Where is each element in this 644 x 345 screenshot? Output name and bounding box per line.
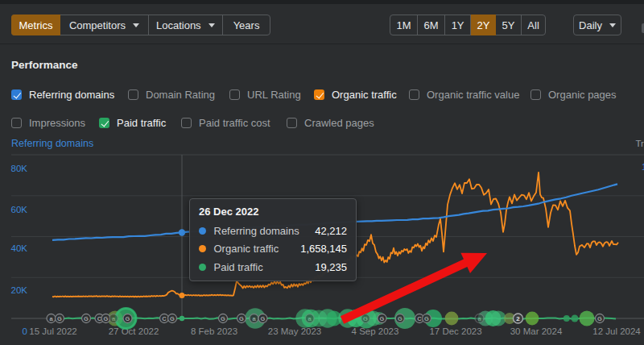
svg-text:8 Feb 2023: 8 Feb 2023 [191, 326, 237, 336]
svg-text:30 Mar 2024: 30 Mar 2024 [510, 326, 563, 336]
svg-text:C: C [162, 315, 167, 322]
svg-text:G: G [363, 315, 368, 322]
svg-text:80K: 80K [11, 164, 28, 173]
svg-text:60K: 60K [11, 205, 28, 214]
svg-text:G: G [104, 315, 109, 322]
svg-text:G: G [170, 315, 175, 322]
svg-text:12 Jul 2024: 12 Jul 2024 [592, 326, 641, 336]
svg-text:27 Oct 2022: 27 Oct 2022 [109, 326, 159, 336]
svg-text:17 Dec 2023: 17 Dec 2023 [429, 326, 481, 336]
svg-text:0: 0 [23, 326, 27, 336]
svg-text:2: 2 [516, 315, 520, 322]
svg-text:G: G [221, 315, 225, 322]
svg-text:4 Sep 2023: 4 Sep 2023 [352, 326, 399, 336]
svg-text:G: G [424, 315, 429, 322]
svg-text:Tra: Tra [636, 139, 644, 148]
svg-text:40K: 40K [11, 243, 28, 253]
svg-text:G: G [57, 315, 62, 322]
svg-text:20K: 20K [11, 285, 28, 295]
svg-text:G: G [597, 315, 602, 322]
svg-text:G: G [380, 315, 385, 322]
svg-text:15 Jul 2022: 15 Jul 2022 [29, 326, 76, 336]
svg-text:G: G [126, 315, 130, 322]
svg-text:G: G [398, 315, 402, 322]
svg-text:Referring domains: Referring domains [11, 138, 93, 149]
svg-text:G: G [239, 315, 244, 322]
svg-text:23 May 2023: 23 May 2023 [268, 326, 322, 336]
svg-text:G: G [84, 315, 89, 322]
svg-text:C: C [417, 315, 422, 322]
svg-text:G: G [261, 315, 266, 322]
